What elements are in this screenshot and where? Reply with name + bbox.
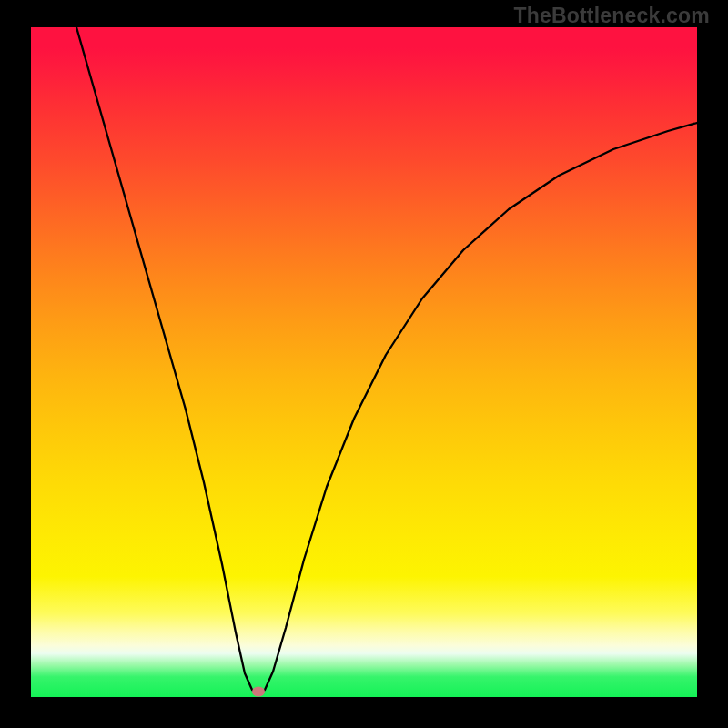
chart-frame: TheBottleneck.com [0, 0, 728, 728]
plot-area [31, 27, 697, 697]
optimum-marker [252, 687, 265, 697]
watermark-text: TheBottleneck.com [513, 4, 710, 28]
curve-layer [31, 27, 697, 697]
bottleneck-curve [76, 27, 697, 694]
